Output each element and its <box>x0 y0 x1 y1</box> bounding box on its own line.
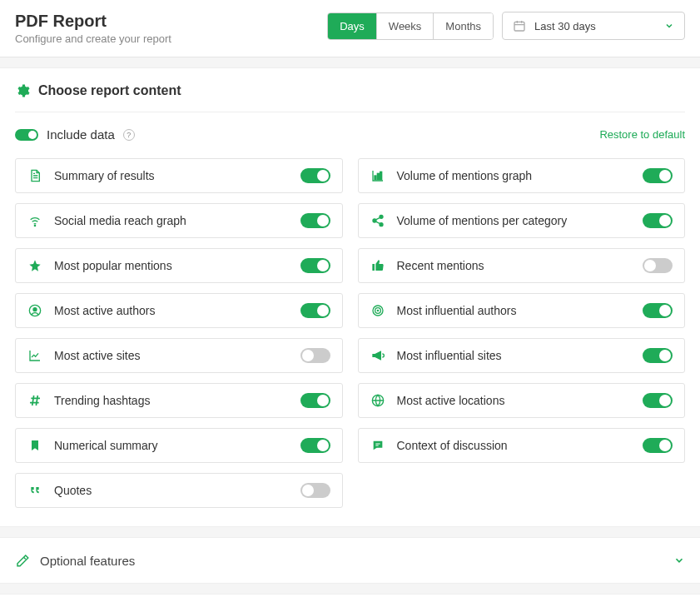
wifi-icon <box>27 214 42 227</box>
report-item-label: Recent mentions <box>397 259 632 272</box>
report-item: Volume of mentions graph <box>358 158 686 193</box>
page-title: PDF Report <box>15 12 171 31</box>
report-item: Most active authors <box>15 293 343 328</box>
report-item-toggle[interactable] <box>300 168 330 183</box>
svg-point-6 <box>373 219 376 222</box>
svg-point-9 <box>33 308 37 311</box>
report-item-label: Most active authors <box>54 304 289 317</box>
timeframe-option-months[interactable]: Months <box>434 13 493 39</box>
include-data-toggle[interactable] <box>15 129 38 141</box>
report-item-label: Summary of results <box>54 169 289 182</box>
report-item-toggle[interactable] <box>300 348 330 363</box>
report-item-toggle[interactable] <box>643 168 673 183</box>
svg-rect-0 <box>514 22 524 31</box>
edit-icon <box>15 553 30 568</box>
date-range-picker[interactable]: Last 30 days <box>502 12 685 40</box>
help-icon[interactable]: ? <box>123 129 135 141</box>
bullhorn-icon <box>370 349 385 362</box>
gear-icon <box>15 83 30 98</box>
svg-point-12 <box>377 310 378 311</box>
timeframe-segmented: DaysWeeksMonths <box>327 12 494 40</box>
share-icon <box>370 214 385 227</box>
calendar-icon <box>513 19 526 32</box>
report-item-label: Most active locations <box>397 394 632 407</box>
report-item-toggle[interactable] <box>643 303 673 318</box>
chevron-down-icon <box>673 555 685 566</box>
svg-point-5 <box>380 215 383 218</box>
report-item-label: Volume of mentions graph <box>397 169 632 182</box>
report-item-label: Social media reach graph <box>54 214 289 227</box>
report-item-toggle[interactable] <box>300 213 330 228</box>
report-item-label: Trending hashtags <box>54 394 289 407</box>
report-item-label: Most active sites <box>54 349 289 362</box>
report-item: Recent mentions <box>358 248 686 283</box>
chart-bar-icon <box>370 169 385 182</box>
report-item-toggle[interactable] <box>643 348 673 363</box>
report-item: Volume of mentions per category <box>358 203 686 238</box>
report-item-toggle[interactable] <box>300 258 330 273</box>
report-item: Summary of results <box>15 158 343 193</box>
optional-features-title: Optional features <box>40 554 135 568</box>
report-item-label: Numerical summary <box>54 439 289 452</box>
page-subtitle: Configure and create your report <box>15 32 171 45</box>
report-item: Numerical summary <box>15 428 343 463</box>
timeframe-option-weeks[interactable]: Weeks <box>377 13 434 39</box>
report-item-toggle[interactable] <box>300 303 330 318</box>
report-item-toggle[interactable] <box>300 393 330 408</box>
report-item-label: Most influential sites <box>397 349 632 362</box>
report-item: Most active locations <box>358 383 686 418</box>
report-item: Most influential sites <box>358 338 686 373</box>
report-item-label: Volume of mentions per category <box>397 214 632 227</box>
chat-icon <box>370 439 385 452</box>
report-item-toggle[interactable] <box>643 213 673 228</box>
bookmark-icon <box>27 439 42 452</box>
report-item: Most influential authors <box>358 293 686 328</box>
report-item-label: Most influential authors <box>397 304 632 317</box>
report-item-label: Context of discussion <box>397 439 632 452</box>
svg-point-7 <box>380 223 383 226</box>
chevron-down-icon <box>664 21 674 31</box>
hashtag-icon <box>27 394 42 407</box>
report-item-label: Quotes <box>54 484 289 497</box>
thumbs-up-icon <box>370 259 385 272</box>
optional-features-accordion[interactable]: Optional features <box>0 537 700 584</box>
report-item: Quotes <box>15 473 343 508</box>
report-item: Most popular mentions <box>15 248 343 283</box>
globe-icon <box>370 394 385 407</box>
report-item-label: Most popular mentions <box>54 259 289 272</box>
restore-default-link[interactable]: Restore to default <box>599 128 685 141</box>
include-data-label: Include data <box>47 127 115 142</box>
report-item: Most active sites <box>15 338 343 373</box>
svg-rect-1 <box>375 176 376 180</box>
svg-rect-3 <box>380 172 381 179</box>
target-icon <box>370 304 385 317</box>
svg-point-4 <box>34 225 35 226</box>
report-item-toggle[interactable] <box>643 393 673 408</box>
star-icon <box>27 259 42 272</box>
user-circle-icon <box>27 304 42 317</box>
section-title: Choose report content <box>38 83 181 98</box>
report-item: Context of discussion <box>358 428 686 463</box>
timeframe-option-days[interactable]: Days <box>328 13 377 39</box>
report-item-toggle[interactable] <box>643 258 673 273</box>
file-text-icon <box>27 169 42 182</box>
svg-rect-2 <box>377 173 379 179</box>
report-item: Trending hashtags <box>15 383 343 418</box>
report-item-toggle[interactable] <box>300 438 330 453</box>
report-item: Social media reach graph <box>15 203 343 238</box>
report-item-toggle[interactable] <box>643 438 673 453</box>
report-item-toggle[interactable] <box>300 483 330 498</box>
quote-icon <box>27 484 42 497</box>
date-range-label: Last 30 days <box>534 20 656 32</box>
chart-line-icon <box>27 349 42 362</box>
